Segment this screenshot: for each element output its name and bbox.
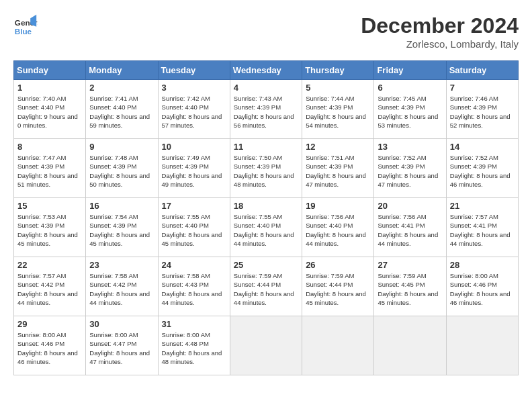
day-number: 30 xyxy=(89,319,154,329)
day-info: Sunrise: 8:00 AM Sunset: 4:46 PM Dayligh… xyxy=(450,271,515,307)
day-number: 10 xyxy=(162,142,226,152)
day-info: Sunrise: 7:55 AM Sunset: 4:40 PM Dayligh… xyxy=(234,212,298,248)
day-info: Sunrise: 7:43 AM Sunset: 4:39 PM Dayligh… xyxy=(234,94,298,130)
logo-icon: General Blue xyxy=(13,13,38,38)
day-number: 9 xyxy=(89,142,154,152)
calendar-cell: 14 Sunrise: 7:52 AM Sunset: 4:39 PM Dayl… xyxy=(446,139,518,198)
day-number: 12 xyxy=(306,142,370,152)
day-number: 19 xyxy=(306,201,370,211)
calendar-cell: 6 Sunrise: 7:45 AM Sunset: 4:39 PM Dayli… xyxy=(374,80,446,139)
page-header: General Blue December 2024 Zorlesco, Lom… xyxy=(13,13,519,50)
day-info: Sunrise: 7:58 AM Sunset: 4:43 PM Dayligh… xyxy=(162,271,226,307)
calendar-cell: 26 Sunrise: 7:59 AM Sunset: 4:44 PM Dayl… xyxy=(302,257,374,316)
calendar-cell: 3 Sunrise: 7:42 AM Sunset: 4:40 PM Dayli… xyxy=(158,80,230,139)
header-sunday: Sunday xyxy=(14,61,86,80)
calendar-cell: 12 Sunrise: 7:51 AM Sunset: 4:39 PM Dayl… xyxy=(302,139,374,198)
calendar-cell: 23 Sunrise: 7:58 AM Sunset: 4:42 PM Dayl… xyxy=(86,257,158,316)
day-info: Sunrise: 7:55 AM Sunset: 4:40 PM Dayligh… xyxy=(162,212,226,248)
calendar-cell: 22 Sunrise: 7:57 AM Sunset: 4:42 PM Dayl… xyxy=(14,257,86,316)
day-info: Sunrise: 7:44 AM Sunset: 4:39 PM Dayligh… xyxy=(306,94,370,130)
calendar-week-2: 8 Sunrise: 7:47 AM Sunset: 4:39 PM Dayli… xyxy=(14,139,519,198)
day-number: 18 xyxy=(234,201,298,211)
day-info: Sunrise: 8:00 AM Sunset: 4:46 PM Dayligh… xyxy=(17,330,82,366)
calendar-cell: 11 Sunrise: 7:50 AM Sunset: 4:39 PM Dayl… xyxy=(230,139,302,198)
calendar-week-4: 22 Sunrise: 7:57 AM Sunset: 4:42 PM Dayl… xyxy=(14,257,519,316)
day-number: 3 xyxy=(162,83,226,93)
calendar-week-3: 15 Sunrise: 7:53 AM Sunset: 4:39 PM Dayl… xyxy=(14,198,519,257)
day-info: Sunrise: 8:00 AM Sunset: 4:48 PM Dayligh… xyxy=(162,330,226,366)
day-info: Sunrise: 7:59 AM Sunset: 4:45 PM Dayligh… xyxy=(378,271,442,307)
day-info: Sunrise: 7:47 AM Sunset: 4:39 PM Dayligh… xyxy=(17,153,82,189)
day-number: 27 xyxy=(378,260,442,270)
calendar-cell: 25 Sunrise: 7:59 AM Sunset: 4:44 PM Dayl… xyxy=(230,257,302,316)
day-number: 29 xyxy=(17,319,82,329)
calendar-cell: 18 Sunrise: 7:55 AM Sunset: 4:40 PM Dayl… xyxy=(230,198,302,257)
calendar-cell: 8 Sunrise: 7:47 AM Sunset: 4:39 PM Dayli… xyxy=(14,139,86,198)
calendar-cell: 17 Sunrise: 7:55 AM Sunset: 4:40 PM Dayl… xyxy=(158,198,230,257)
header-thursday: Thursday xyxy=(302,61,374,80)
calendar-header-row: SundayMondayTuesdayWednesdayThursdayFrid… xyxy=(14,61,519,80)
day-number: 13 xyxy=(378,142,442,152)
calendar-cell xyxy=(374,316,446,375)
day-info: Sunrise: 7:49 AM Sunset: 4:39 PM Dayligh… xyxy=(162,153,226,189)
calendar-cell: 7 Sunrise: 7:46 AM Sunset: 4:39 PM Dayli… xyxy=(446,80,518,139)
calendar-cell: 21 Sunrise: 7:57 AM Sunset: 4:41 PM Dayl… xyxy=(446,198,518,257)
calendar-cell: 28 Sunrise: 8:00 AM Sunset: 4:46 PM Dayl… xyxy=(446,257,518,316)
day-info: Sunrise: 7:58 AM Sunset: 4:42 PM Dayligh… xyxy=(89,271,154,307)
day-info: Sunrise: 7:48 AM Sunset: 4:39 PM Dayligh… xyxy=(89,153,154,189)
header-wednesday: Wednesday xyxy=(230,61,302,80)
day-info: Sunrise: 7:46 AM Sunset: 4:39 PM Dayligh… xyxy=(450,94,515,130)
day-info: Sunrise: 7:41 AM Sunset: 4:40 PM Dayligh… xyxy=(89,94,154,130)
header-monday: Monday xyxy=(86,61,158,80)
calendar-table: SundayMondayTuesdayWednesdayThursdayFrid… xyxy=(13,60,519,375)
day-info: Sunrise: 7:45 AM Sunset: 4:39 PM Dayligh… xyxy=(378,94,442,130)
calendar-cell: 31 Sunrise: 8:00 AM Sunset: 4:48 PM Dayl… xyxy=(158,316,230,375)
day-number: 2 xyxy=(89,83,154,93)
calendar-cell: 5 Sunrise: 7:44 AM Sunset: 4:39 PM Dayli… xyxy=(302,80,374,139)
day-number: 23 xyxy=(89,260,154,270)
calendar-cell: 20 Sunrise: 7:56 AM Sunset: 4:41 PM Dayl… xyxy=(374,198,446,257)
day-number: 20 xyxy=(378,201,442,211)
day-number: 26 xyxy=(306,260,370,270)
day-number: 21 xyxy=(450,201,515,211)
day-info: Sunrise: 7:59 AM Sunset: 4:44 PM Dayligh… xyxy=(234,271,298,307)
logo: General Blue xyxy=(13,13,40,38)
calendar-cell: 2 Sunrise: 7:41 AM Sunset: 4:40 PM Dayli… xyxy=(86,80,158,139)
day-number: 31 xyxy=(162,319,226,329)
title-block: December 2024 Zorlesco, Lombardy, Italy xyxy=(361,13,519,50)
calendar-cell: 13 Sunrise: 7:52 AM Sunset: 4:39 PM Dayl… xyxy=(374,139,446,198)
day-number: 24 xyxy=(162,260,226,270)
day-info: Sunrise: 7:42 AM Sunset: 4:40 PM Dayligh… xyxy=(162,94,226,130)
day-info: Sunrise: 7:40 AM Sunset: 4:40 PM Dayligh… xyxy=(17,94,82,130)
svg-text:Blue: Blue xyxy=(15,27,32,36)
calendar-cell: 1 Sunrise: 7:40 AM Sunset: 4:40 PM Dayli… xyxy=(14,80,86,139)
day-number: 8 xyxy=(17,142,82,152)
day-info: Sunrise: 7:56 AM Sunset: 4:41 PM Dayligh… xyxy=(378,212,442,248)
day-number: 15 xyxy=(17,201,82,211)
calendar-cell: 9 Sunrise: 7:48 AM Sunset: 4:39 PM Dayli… xyxy=(86,139,158,198)
calendar-cell: 19 Sunrise: 7:56 AM Sunset: 4:40 PM Dayl… xyxy=(302,198,374,257)
day-info: Sunrise: 7:52 AM Sunset: 4:39 PM Dayligh… xyxy=(378,153,442,189)
day-number: 6 xyxy=(378,83,442,93)
day-number: 25 xyxy=(234,260,298,270)
calendar-cell: 4 Sunrise: 7:43 AM Sunset: 4:39 PM Dayli… xyxy=(230,80,302,139)
day-number: 17 xyxy=(162,201,226,211)
calendar-cell: 30 Sunrise: 8:00 AM Sunset: 4:47 PM Dayl… xyxy=(86,316,158,375)
day-info: Sunrise: 7:51 AM Sunset: 4:39 PM Dayligh… xyxy=(306,153,370,189)
calendar-cell: 29 Sunrise: 8:00 AM Sunset: 4:46 PM Dayl… xyxy=(14,316,86,375)
location: Zorlesco, Lombardy, Italy xyxy=(361,38,519,50)
day-info: Sunrise: 7:57 AM Sunset: 4:42 PM Dayligh… xyxy=(17,271,82,307)
calendar-cell: 27 Sunrise: 7:59 AM Sunset: 4:45 PM Dayl… xyxy=(374,257,446,316)
day-info: Sunrise: 7:56 AM Sunset: 4:40 PM Dayligh… xyxy=(306,212,370,248)
day-number: 7 xyxy=(450,83,515,93)
day-info: Sunrise: 7:50 AM Sunset: 4:39 PM Dayligh… xyxy=(234,153,298,189)
header-friday: Friday xyxy=(374,61,446,80)
calendar-cell: 24 Sunrise: 7:58 AM Sunset: 4:43 PM Dayl… xyxy=(158,257,230,316)
day-number: 14 xyxy=(450,142,515,152)
calendar-cell xyxy=(230,316,302,375)
day-info: Sunrise: 7:54 AM Sunset: 4:39 PM Dayligh… xyxy=(89,212,154,248)
day-number: 5 xyxy=(306,83,370,93)
calendar-week-5: 29 Sunrise: 8:00 AM Sunset: 4:46 PM Dayl… xyxy=(14,316,519,375)
day-info: Sunrise: 7:53 AM Sunset: 4:39 PM Dayligh… xyxy=(17,212,82,248)
calendar-cell: 10 Sunrise: 7:49 AM Sunset: 4:39 PM Dayl… xyxy=(158,139,230,198)
